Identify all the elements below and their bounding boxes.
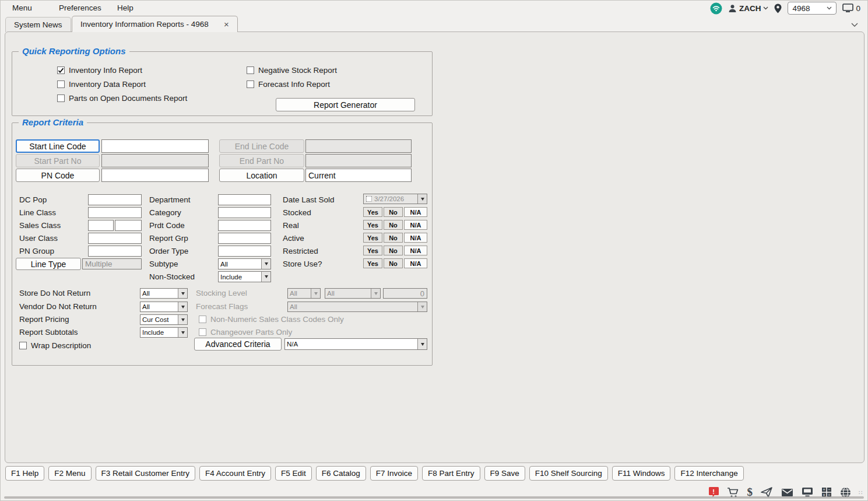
checkbox-checked[interactable] xyxy=(57,66,65,74)
stocked-no-button[interactable]: No xyxy=(384,207,403,217)
f12-interchange-button[interactable]: F12 Interchange xyxy=(674,466,743,481)
sales-class-input-2[interactable] xyxy=(115,220,142,231)
dropdown-arrow-icon[interactable] xyxy=(178,289,187,298)
restricted-yes-button[interactable]: Yes xyxy=(363,246,382,255)
checkbox-unchecked[interactable] xyxy=(57,80,65,88)
dc-pop-input[interactable] xyxy=(88,194,142,205)
f9-save-button[interactable]: F9 Save xyxy=(484,466,525,481)
vendor-do-not-return-select[interactable]: All xyxy=(140,302,188,312)
store-use-toggle: Yes No N/A xyxy=(363,258,427,268)
dropdown-arrow-icon[interactable] xyxy=(261,272,270,282)
menu-help[interactable]: Help xyxy=(117,3,133,12)
dropdown-arrow-icon[interactable] xyxy=(417,194,427,204)
stocked-yes-button[interactable]: Yes xyxy=(363,207,382,217)
line-type-button[interactable]: Line Type xyxy=(16,258,81,270)
category-input[interactable] xyxy=(218,207,271,218)
dropdown-arrow-icon[interactable] xyxy=(178,315,187,324)
dropdown-arrow-icon[interactable] xyxy=(178,302,187,311)
check-inventory-data-report[interactable]: Inventory Data Report xyxy=(57,80,146,89)
restricted-na-button[interactable]: N/A xyxy=(404,246,427,255)
user-class-input[interactable] xyxy=(88,233,142,244)
label-store-do-not-return: Store Do Not Return xyxy=(19,289,90,297)
real-yes-button[interactable]: Yes xyxy=(363,220,382,230)
report-generator-button[interactable]: Report Generator xyxy=(276,98,415,111)
advanced-criteria-select[interactable]: N/A xyxy=(284,338,427,350)
tab-label: System News xyxy=(14,20,62,29)
end-line-code-input xyxy=(305,139,412,153)
f8-part-entry-button[interactable]: F8 Part Entry xyxy=(422,466,480,481)
check-forecast-info-report[interactable]: Forecast Info Report xyxy=(247,80,330,89)
advanced-criteria-button[interactable]: Advanced Criteria xyxy=(194,338,282,351)
date-enable-checkbox[interactable] xyxy=(366,196,372,202)
real-na-button[interactable]: N/A xyxy=(404,220,427,230)
active-na-button[interactable]: N/A xyxy=(404,233,427,243)
non-stocked-select[interactable]: Include xyxy=(218,271,271,282)
f2-menu-button[interactable]: F2 Menu xyxy=(48,466,91,481)
resize-grip[interactable]: ∷ xyxy=(859,489,863,496)
dropdown-arrow-icon[interactable] xyxy=(261,259,270,269)
f5-edit-button[interactable]: F5 Edit xyxy=(275,466,312,481)
f11-windows-button[interactable]: F11 Windows xyxy=(612,466,671,481)
report-pricing-select[interactable]: Cur Cost xyxy=(140,314,188,325)
tab-inventory-information-reports[interactable]: Inventory Information Reports - 4968 × xyxy=(72,16,238,32)
restricted-no-button[interactable]: No xyxy=(384,246,403,255)
mail-icon[interactable] xyxy=(781,488,793,497)
prdt-code-input[interactable] xyxy=(218,220,271,231)
group-title: Quick Reporting Options xyxy=(19,46,129,56)
stocked-na-button[interactable]: N/A xyxy=(404,207,427,217)
check-negative-stock-report[interactable]: Negative Stock Report xyxy=(247,66,337,75)
report-grp-input[interactable] xyxy=(218,233,271,244)
line-class-input[interactable] xyxy=(88,207,142,218)
real-no-button[interactable]: No xyxy=(384,220,403,230)
f6-catalog-button[interactable]: F6 Catalog xyxy=(316,466,366,481)
tab-close-icon[interactable]: × xyxy=(224,20,229,29)
f1-help-button[interactable]: F1 Help xyxy=(5,466,44,481)
date-last-sold-control[interactable]: 3/27/2026 xyxy=(363,194,427,204)
connection-wifi-icon[interactable] xyxy=(710,2,722,15)
pn-code-button[interactable]: PN Code xyxy=(16,169,100,182)
dropdown-arrow-icon[interactable] xyxy=(178,328,187,337)
checkbox-unchecked[interactable] xyxy=(57,94,65,102)
tab-system-news[interactable]: System News xyxy=(5,17,71,32)
f3-retail-customer-button[interactable]: F3 Retail Customer Entry xyxy=(96,466,196,481)
end-part-no-input xyxy=(305,154,412,167)
real-toggle: Yes No N/A xyxy=(363,220,427,230)
session-counter[interactable]: 0 xyxy=(842,3,860,13)
store-do-not-return-select[interactable]: All xyxy=(140,288,188,299)
f10-shelf-sourcing-button[interactable]: F10 Shelf Sourcing xyxy=(529,466,608,481)
location-button[interactable]: Location xyxy=(219,169,304,182)
report-subtotals-select[interactable]: Include xyxy=(140,327,188,338)
subtype-select[interactable]: All xyxy=(218,258,271,269)
department-input[interactable] xyxy=(218,194,271,205)
label-dc-pop: DC Pop xyxy=(19,195,47,204)
pn-code-input[interactable] xyxy=(101,169,209,182)
store-use-na-button[interactable]: N/A xyxy=(404,258,427,268)
store-use-no-button[interactable]: No xyxy=(384,258,403,268)
location-input[interactable]: Current xyxy=(305,169,412,182)
check-wrap-description[interactable]: Wrap Description xyxy=(19,341,91,350)
tab-overflow-chevron-icon[interactable] xyxy=(851,19,858,30)
f4-account-entry-button[interactable]: F4 Account Entry xyxy=(199,466,271,481)
label-line-class: Line Class xyxy=(19,208,56,217)
order-type-input[interactable] xyxy=(218,246,271,257)
active-no-button[interactable]: No xyxy=(384,233,403,243)
active-yes-button[interactable]: Yes xyxy=(363,233,382,243)
dropdown-arrow-icon[interactable] xyxy=(417,339,427,349)
start-line-code-input[interactable] xyxy=(101,139,209,153)
menu-preferences[interactable]: Preferences xyxy=(59,3,101,12)
store-use-yes-button[interactable]: Yes xyxy=(363,258,382,268)
check-inventory-info-report[interactable]: Inventory Info Report xyxy=(57,66,142,75)
start-line-code-button[interactable]: Start Line Code xyxy=(16,139,100,153)
user-menu[interactable]: ZACH xyxy=(728,4,769,13)
check-parts-open-documents[interactable]: Parts on Open Documents Report xyxy=(57,94,187,103)
checkbox-unchecked[interactable] xyxy=(19,342,27,349)
pn-group-input[interactable] xyxy=(88,246,142,257)
function-key-bar: F1 Help F2 Menu F3 Retail Customer Entry… xyxy=(5,466,744,481)
checkbox-unchecked[interactable] xyxy=(247,66,254,74)
f7-invoice-button[interactable]: F7 Invoice xyxy=(370,466,418,481)
menu-menu[interactable]: Menu xyxy=(12,3,32,12)
sales-class-input-1[interactable] xyxy=(88,220,114,231)
location-pin-icon[interactable] xyxy=(774,3,782,13)
checkbox-unchecked[interactable] xyxy=(247,80,254,88)
store-select[interactable]: 4968 xyxy=(788,2,837,15)
